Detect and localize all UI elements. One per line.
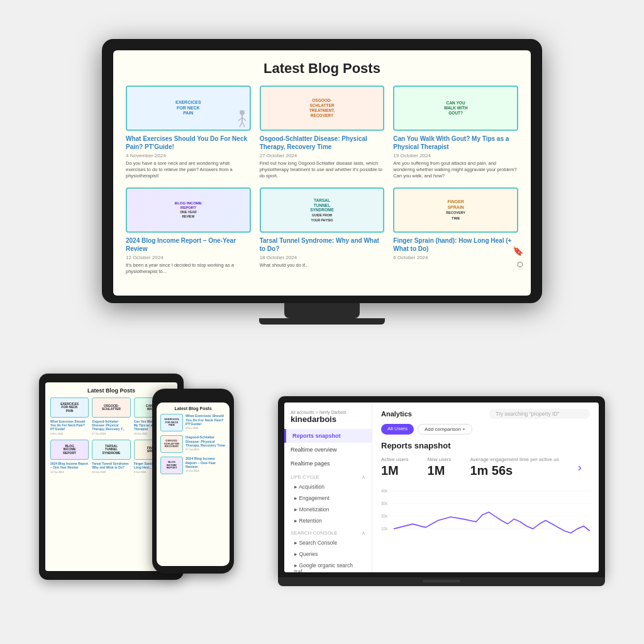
phone-card-date-osgood: 27 Oct 2024	[186, 448, 226, 451]
analytics-main: Analytics Try searching "property ID" Al…	[372, 402, 599, 572]
blog-card-desc-exercises: Do you have a sore neck and are wonderin…	[126, 160, 251, 179]
nav-engagement[interactable]: ▸ Engagement	[284, 492, 372, 504]
metric-engagement-value: 1m 56s	[470, 464, 558, 478]
tablet-card-img-income: BlogIncomeReport	[50, 440, 89, 460]
nav-queries[interactable]: ▸ Queries	[284, 548, 372, 560]
blog-card-img-gout: CAN YOUWALK WITHGOUT?	[393, 86, 518, 131]
phone: Latest Blog Posts ExercicesFor NeckPain …	[152, 389, 234, 574]
analytics-search[interactable]: Try searching "property ID"	[489, 409, 590, 419]
phone-blog-title: Latest Blog Posts	[160, 406, 226, 411]
tablet-card-date-tarsal: 18 Oct 2024	[92, 470, 130, 474]
blog-card-desc-tarsal: What should you do if...	[260, 262, 385, 269]
nav-realtime-pages[interactable]: Realtime pages	[284, 457, 372, 470]
laptop-screen: All accounts > Nerfy Darbois kinedarbois…	[284, 402, 599, 572]
chevron-up-icon: ∧	[362, 474, 365, 480]
blog-card-date-exercises: 4 November 2024	[126, 153, 251, 158]
nav-reports-snapshot[interactable]: Reports snapshot	[284, 429, 372, 443]
blog-card-date-income: 12 October 2024	[126, 255, 251, 260]
blog-card-date-gout: 19 October 2024	[393, 153, 518, 158]
blog-content: Latest Blog Posts EXERCICESFOR NECKPAIN	[113, 50, 531, 285]
blog-card-img-income: BLOG INCOMEREPORTOne-YearReview	[126, 187, 251, 233]
svg-text:40k: 40k	[381, 489, 387, 493]
monitor-stand	[284, 303, 360, 318]
metric-active-users-label: Active users	[381, 457, 409, 462]
all-users-pill[interactable]: All Users	[381, 424, 414, 435]
blog-card-heading-income: 2024 Blog Income Report – One-Year Revie…	[126, 236, 251, 253]
svg-line-5	[242, 122, 245, 127]
svg-line-4	[240, 122, 242, 127]
nav-realtime-overview[interactable]: Realtime overview	[284, 443, 372, 457]
blog-card-img-tarsal: TARSALTUNNELSYNDROMEGuide FromYour Physi…	[260, 187, 385, 233]
chevron-right-icon: ›	[578, 461, 582, 474]
laptop: All accounts > Nerfy Darbois kinedarbois…	[278, 396, 605, 586]
blog-card-date-tarsal: 18 October 2024	[260, 255, 385, 260]
blog-grid: EXERCICESFOR NECKPAIN	[126, 86, 518, 275]
phone-card-img-osgood: Osgood-SchlatterRecovery	[160, 435, 183, 453]
blog-card-img-osgood: OSGOOD-SCHLATTERTREATMENT,RECOVERY	[260, 86, 385, 131]
blog-card-img-finger: FINGERSPRAINRecoveryTime	[393, 187, 518, 233]
tablet-card-img-exercises: ExercicesFor NeckPain	[50, 397, 89, 418]
phone-card-info-income: 2024 Blog Income Report – One-Year Revie…	[186, 457, 226, 472]
search-console-section-header: Search Console ∧	[284, 526, 372, 537]
blog-card-income[interactable]: BLOG INCOMEREPORTOne-YearReview 2024 Blo…	[126, 187, 251, 275]
phone-card-heading-income: 2024 Blog Income Report – One-Year Revie…	[186, 457, 226, 469]
phone-card-income[interactable]: BlogIncomeReport 2024 Blog Income Report…	[160, 457, 226, 474]
scene: Latest Blog Posts EXERCICESFOR NECKPAIN	[39, 39, 605, 605]
laptop-base	[278, 577, 605, 586]
tablet-card-tarsal[interactable]: TarsalTunnelSyndrome Tarsal Tunnel Syndr…	[92, 440, 130, 475]
analytics-chart: 40k 30k 20k 10k	[381, 486, 590, 548]
svg-text:30k: 30k	[381, 501, 387, 506]
tablet-card-heading-income: 2024 Blog Income Report – One Year Revie…	[50, 462, 89, 469]
svg-text:20k: 20k	[381, 514, 387, 518]
blog-card-desc-osgood: Find out how long Osgood-Schlatter disea…	[260, 160, 385, 179]
metric-engagement-time: Average engagement time per active us 1m…	[470, 457, 558, 478]
tablet-card-income[interactable]: BlogIncomeReport 2024 Blog Income Report…	[50, 440, 89, 475]
metric-new-users-value: 1M	[428, 464, 452, 478]
nav-google-organic[interactable]: ▸ Google organic search traf...	[284, 560, 372, 572]
phone-card-info-exercises: What Exercises Should You Do For Neck Pa…	[186, 414, 226, 430]
blog-page-title: Latest Blog Posts	[126, 60, 518, 77]
add-comparison-pill[interactable]: Add comparison +	[418, 424, 472, 435]
chevron-up-icon-2: ∧	[362, 530, 365, 536]
blog-card-heading-tarsal: Tarsal Tunnel Syndrome: Why and What to …	[260, 236, 385, 253]
tablet-card-exercises[interactable]: ExercicesFor NeckPain What Exercises Sho…	[50, 397, 89, 436]
svg-text:10k: 10k	[381, 526, 387, 531]
phone-card-exercises[interactable]: ExercicesFor NeckPain What Exercises Sho…	[160, 414, 226, 431]
laptop-screen-outer: All accounts > Nerfy Darbois kinedarbois…	[278, 396, 605, 577]
lifecycle-section-header: Life cycle ∧	[284, 470, 372, 481]
metric-engagement-label: Average engagement time per active us	[470, 457, 558, 462]
navigate-right-button[interactable]: ›	[578, 457, 582, 478]
nav-monetization[interactable]: ▸ Monetization	[284, 504, 372, 515]
blog-card-heading-gout: Can You Walk With Gout? My Tips as a Phy…	[393, 135, 518, 151]
share-icon[interactable]: ⬡	[517, 260, 523, 269]
blog-card-tarsal[interactable]: TARSALTUNNELSYNDROMEGuide FromYour Physi…	[260, 187, 385, 275]
tablet-card-osgood[interactable]: Osgood-Schlatter Osgood-Schlatter Diseas…	[92, 397, 130, 436]
blog-card-desc-income: It's been a year since I decided to stop…	[126, 262, 251, 275]
phone-notch	[180, 396, 206, 400]
chart-svg: 40k 30k 20k 10k	[381, 486, 590, 548]
person-figure-icon	[233, 109, 247, 128]
analytics-title: Analytics	[381, 410, 412, 418]
tablet-card-heading-osgood: Osgood-Schlatter Disease: Physical Thera…	[92, 419, 130, 431]
phone-blog-content: Latest Blog Posts ExercicesFor NeckPain …	[157, 402, 230, 478]
desktop-monitor: Latest Blog Posts EXERCICESFOR NECKPAIN	[102, 39, 542, 325]
nav-acquisition[interactable]: ▸ Acquisition	[284, 481, 372, 492]
blog-card-exercises[interactable]: EXERCICESFOR NECKPAIN	[126, 86, 251, 179]
blog-card-date-osgood: 27 October 2024	[260, 153, 385, 158]
tablet-card-date-exercises: 4 Nov 2024	[50, 432, 89, 435]
blog-card-finger[interactable]: FINGERSPRAINRecoveryTime Finger Sprain (…	[393, 187, 518, 275]
nav-search-console[interactable]: ▸ Search Console	[284, 537, 372, 548]
blog-card-heading-finger: Finger Sprain (hand): How Long Heal (+ W…	[393, 236, 518, 253]
phone-card-date-income: 12 Oct 2024	[186, 469, 226, 472]
phone-screen: Latest Blog Posts ExercicesFor NeckPain …	[157, 402, 230, 566]
phone-outer: Latest Blog Posts ExercicesFor NeckPain …	[152, 389, 234, 574]
blog-card-osgood[interactable]: OSGOOD-SCHLATTERTREATMENT,RECOVERY Osgoo…	[260, 86, 385, 179]
phone-card-osgood[interactable]: Osgood-SchlatterRecovery Osgood-Schlatte…	[160, 435, 226, 453]
bookmark-icon[interactable]: 🔖	[513, 246, 523, 256]
blog-card-gout[interactable]: CAN YOUWALK WITHGOUT? Can You Walk With …	[393, 86, 518, 179]
nav-retention[interactable]: ▸ Retention	[284, 515, 372, 526]
metrics-row: Active users 1M New users 1M Average eng…	[381, 457, 590, 478]
blog-card-heading-exercises: What Exercises Should You Do For Neck Pa…	[126, 135, 251, 151]
monitor-screen: Latest Blog Posts EXERCICESFOR NECKPAIN	[113, 50, 531, 296]
analytics-app-name: kinedarbois	[291, 414, 365, 424]
